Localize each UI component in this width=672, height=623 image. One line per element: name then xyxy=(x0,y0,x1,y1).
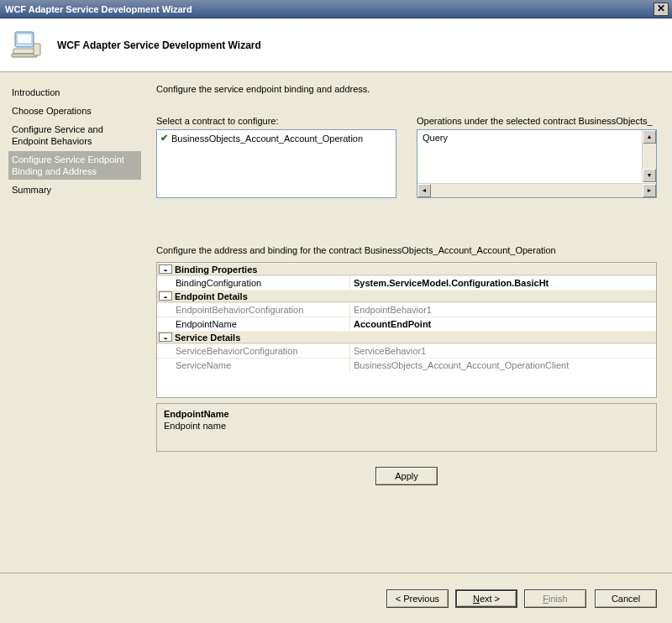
property-grid[interactable]: - Binding Properties BindingConfiguratio… xyxy=(156,262,657,398)
scroll-left-icon[interactable]: ◄ xyxy=(417,184,431,197)
window-title: WCF Adapter Service Development Wizard xyxy=(5,4,192,14)
cancel-button[interactable]: Cancel xyxy=(595,589,657,608)
pg-value: ServiceBehavior1 xyxy=(350,344,656,358)
scroll-up-icon[interactable]: ▲ xyxy=(643,130,656,144)
scroll-down-icon[interactable]: ▼ xyxy=(643,169,656,182)
contract-listbox[interactable]: ✔ BusinessObjects_Account_Account_Operat… xyxy=(156,129,396,198)
next-button-label: N xyxy=(473,594,480,604)
pg-group-title: Binding Properties xyxy=(175,264,257,275)
sidebar-item-summary[interactable]: Summary xyxy=(8,181,141,198)
header-panel: WCF Adapter Service Development Wizard xyxy=(0,18,672,72)
finish-button: Finish xyxy=(524,589,586,608)
pg-group-binding-properties[interactable]: - Binding Properties xyxy=(157,263,656,275)
collapse-icon[interactable]: - xyxy=(159,264,172,274)
content-panel: Configure the service endpoint binding a… xyxy=(144,72,672,571)
footer: < Previous Next > Finish Cancel xyxy=(0,573,672,623)
titlebar: WCF Adapter Service Development Wizard ✕ xyxy=(0,0,672,18)
close-icon: ✕ xyxy=(657,3,665,14)
main-area: Introduction Choose Operations Configure… xyxy=(0,72,672,571)
svg-rect-4 xyxy=(34,44,40,55)
operation-item[interactable]: Query xyxy=(421,132,641,144)
next-button[interactable]: Next > xyxy=(455,589,517,608)
svg-rect-2 xyxy=(13,49,35,54)
wizard-icon xyxy=(8,27,45,64)
sidebar: Introduction Choose Operations Configure… xyxy=(0,72,144,571)
contract-item-label: BusinessObjects_Account_Account_Operatio… xyxy=(171,134,363,144)
collapse-icon[interactable]: - xyxy=(159,332,172,342)
collapse-icon[interactable]: - xyxy=(159,291,172,301)
contract-label: Select a contract to configure: xyxy=(156,116,396,126)
pg-value: EndpointBehavior1 xyxy=(350,303,656,317)
close-button[interactable]: ✕ xyxy=(654,3,669,16)
scrollbar-horizontal[interactable]: ◄ ► xyxy=(417,183,656,197)
pg-name: EndpointName xyxy=(157,317,350,331)
pg-row-endpoint-name[interactable]: EndpointName AccountEndPoint xyxy=(157,317,656,331)
previous-button[interactable]: < Previous xyxy=(386,589,449,608)
pg-group-title: Service Details xyxy=(175,332,240,343)
pg-row-service-behavior-config: ServiceBehaviorConfiguration ServiceBeha… xyxy=(157,343,656,358)
pg-name: EndpointBehaviorConfiguration xyxy=(157,303,350,317)
pg-group-title: Endpoint Details xyxy=(175,291,248,301)
pg-row-endpoint-behavior-config: EndpointBehaviorConfiguration EndpointBe… xyxy=(157,302,656,317)
sidebar-item-introduction[interactable]: Introduction xyxy=(8,84,141,101)
sidebar-item-configure-behaviors[interactable]: Configure Service and Endpoint Behaviors xyxy=(8,121,141,149)
pg-value: BusinessObjects_Account_Account_Operatio… xyxy=(350,359,656,372)
pg-value[interactable]: AccountEndPoint xyxy=(350,317,656,331)
description-panel: EndpointName Endpoint name xyxy=(156,403,657,452)
contract-item[interactable]: ✔ BusinessObjects_Account_Account_Operat… xyxy=(159,132,394,144)
check-icon: ✔ xyxy=(160,133,168,144)
pg-row-service-name: ServiceName BusinessObjects_Account_Acco… xyxy=(157,358,656,372)
pg-empty-space xyxy=(157,372,656,397)
config-label: Configure the address and binding for th… xyxy=(156,245,657,255)
pg-name: BindingConfiguration xyxy=(157,276,350,290)
pg-name: ServiceName xyxy=(157,359,350,372)
operation-item-label: Query xyxy=(423,133,448,143)
scroll-right-icon[interactable]: ► xyxy=(643,184,656,197)
instruction-text: Configure the service endpoint binding a… xyxy=(156,84,657,94)
description-title: EndpointName xyxy=(164,409,649,419)
operations-label: Operations under the selected contract B… xyxy=(417,116,657,126)
pg-group-service-details[interactable]: - Service Details xyxy=(157,331,656,343)
sidebar-item-choose-operations[interactable]: Choose Operations xyxy=(8,102,141,119)
pg-row-binding-configuration[interactable]: BindingConfiguration System.ServiceModel… xyxy=(157,275,656,290)
apply-button[interactable]: Apply xyxy=(375,467,438,485)
sidebar-item-configure-endpoint-binding[interactable]: Configure Service Endpoint Binding and A… xyxy=(8,151,141,180)
operations-listbox[interactable]: Query ▲ ▼ ◄ ► xyxy=(417,129,657,198)
scrollbar-vertical[interactable]: ▲ ▼ xyxy=(642,130,656,182)
pg-name: ServiceBehaviorConfiguration xyxy=(157,344,350,358)
svg-rect-1 xyxy=(17,34,32,44)
description-text: Endpoint name xyxy=(164,421,649,431)
pg-group-endpoint-details[interactable]: - Endpoint Details xyxy=(157,290,656,302)
pg-value[interactable]: System.ServiceModel.Configuration.BasicH… xyxy=(350,276,656,290)
header-title: WCF Adapter Service Development Wizard xyxy=(57,39,261,51)
